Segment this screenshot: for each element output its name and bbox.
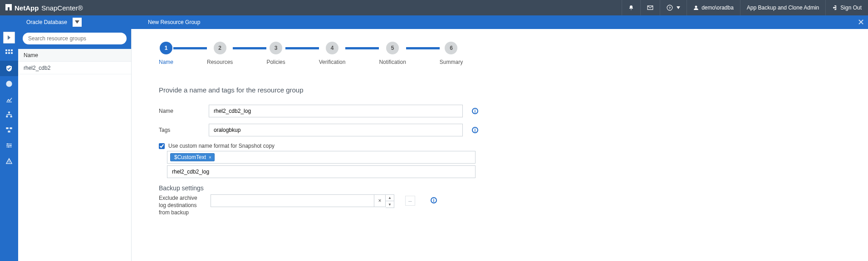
stepper-up-button[interactable]: ▲: [386, 195, 394, 201]
use-custom-format-checkbox[interactable]: [159, 143, 165, 149]
db-type-label: Oracle Database: [22, 15, 72, 29]
backup-settings-heading: Backup settings: [159, 184, 868, 192]
caret-down-icon: [677, 6, 680, 9]
search-input[interactable]: [23, 33, 127, 44]
svg-text:?: ?: [669, 6, 671, 10]
list-item[interactable]: rhel2_cdb2: [18, 62, 131, 74]
step-summary[interactable]: 6 Summary: [440, 42, 463, 65]
nav-protect[interactable]: [0, 61, 18, 76]
pie-icon: [5, 80, 13, 87]
nav-reports[interactable]: [0, 76, 18, 92]
chevron-right-icon: [7, 35, 11, 40]
step-name[interactable]: 1 Name: [159, 42, 173, 65]
role-label[interactable]: App Backup and Clone Admin: [740, 0, 825, 15]
svg-point-19: [10, 145, 11, 146]
info-icon[interactable]: i: [472, 127, 478, 133]
db-type-dropdown[interactable]: [73, 18, 82, 27]
format-token: $CustomText ×: [170, 153, 215, 161]
name-input[interactable]: [209, 105, 463, 117]
svg-point-20: [8, 146, 9, 148]
shield-check-icon: [5, 65, 13, 72]
messages-button[interactable]: [640, 0, 660, 15]
svg-rect-14: [10, 116, 12, 117]
blocks-icon: [5, 126, 13, 134]
user-label: demo\oradba: [701, 5, 734, 11]
info-icon[interactable]: i: [431, 197, 437, 203]
ribbon: Oracle Database New Resource Group ✕: [0, 15, 868, 29]
alert-icon: [5, 157, 13, 164]
nav-hosts[interactable]: [0, 107, 18, 122]
svg-rect-6: [5, 49, 7, 51]
grid-icon: [5, 49, 13, 57]
brand-logo-text: NetApp: [15, 4, 39, 12]
nav-collapse-button[interactable]: [3, 32, 15, 44]
sign-out-button[interactable]: Sign Out: [825, 0, 868, 15]
use-custom-format-label: Use custom name format for Snapshot copy: [168, 143, 275, 149]
custom-text-input[interactable]: [167, 165, 476, 178]
user-menu[interactable]: demo\oradba: [687, 0, 740, 15]
brand: NetApp SnapCenter®: [0, 4, 83, 12]
nav-alerts[interactable]: [0, 153, 18, 169]
brand-product: SnapCenter®: [41, 4, 83, 12]
name-label: Name: [159, 108, 209, 114]
exclude-clear-button[interactable]: ×: [374, 194, 386, 207]
netapp-logo-icon: [5, 4, 12, 10]
tags-label: Tags: [159, 127, 209, 133]
wizard-stepper: 1 Name 2 Resources 3 Policies 4 Verifica…: [159, 42, 868, 65]
notifications-button[interactable]: [622, 0, 640, 15]
svg-rect-17: [8, 130, 10, 132]
resource-list-panel: Name rhel2_cdb2: [18, 29, 132, 261]
svg-rect-8: [11, 49, 13, 51]
left-nav: [0, 29, 18, 261]
form-heading: Provide a name and tags for the resource…: [159, 86, 868, 94]
token-remove-icon[interactable]: ×: [209, 155, 211, 160]
chart-up-icon: [5, 96, 13, 103]
step-resources[interactable]: 2 Resources: [207, 42, 233, 65]
sliders-icon: [5, 142, 13, 149]
tags-input[interactable]: [209, 124, 463, 136]
svg-rect-0: [5, 4, 8, 10]
help-button[interactable]: ?: [660, 0, 687, 15]
svg-rect-9: [5, 52, 7, 54]
stepper-down-button[interactable]: ▼: [386, 201, 394, 208]
svg-rect-10: [8, 52, 10, 54]
hierarchy-icon: [5, 111, 13, 118]
wizard-content: 1 Name 2 Resources 3 Policies 4 Verifica…: [132, 29, 868, 261]
info-icon[interactable]: i: [472, 108, 478, 114]
user-icon: [693, 5, 699, 10]
svg-rect-15: [6, 127, 8, 129]
svg-rect-13: [6, 116, 8, 117]
step-verification[interactable]: 4 Verification: [319, 42, 346, 65]
nav-storage[interactable]: [0, 122, 18, 138]
svg-rect-12: [8, 111, 10, 113]
step-policies[interactable]: 3 Policies: [266, 42, 285, 65]
svg-rect-2: [8, 4, 10, 7]
signout-icon: [832, 5, 838, 10]
list-column-header: Name: [18, 49, 131, 62]
bell-icon: [628, 5, 634, 10]
exclude-input[interactable]: [211, 194, 374, 207]
exclude-stepper: ▲ ▼: [386, 194, 394, 208]
nav-settings[interactable]: [0, 138, 18, 153]
svg-rect-11: [11, 52, 13, 54]
svg-point-5: [695, 6, 697, 8]
help-icon: ?: [667, 5, 673, 11]
caret-down-icon: [75, 20, 79, 24]
step-notification[interactable]: 5 Notification: [379, 42, 406, 65]
nav-dashboard[interactable]: [0, 45, 18, 61]
mail-icon: [647, 5, 653, 10]
close-button[interactable]: ✕: [856, 17, 868, 27]
remove-row-button[interactable]: –: [405, 196, 415, 206]
format-token-box[interactable]: $CustomText ×: [167, 151, 476, 164]
page-title: New Resource Group: [148, 19, 200, 25]
exclude-label: Exclude archive log destinations from ba…: [159, 194, 204, 217]
svg-rect-1: [10, 4, 12, 10]
svg-rect-16: [10, 127, 12, 129]
svg-point-18: [7, 143, 8, 145]
svg-rect-7: [8, 49, 10, 51]
topbar: NetApp SnapCenter® ? demo\oradba App Bac…: [0, 0, 868, 15]
nav-monitor[interactable]: [0, 92, 18, 107]
